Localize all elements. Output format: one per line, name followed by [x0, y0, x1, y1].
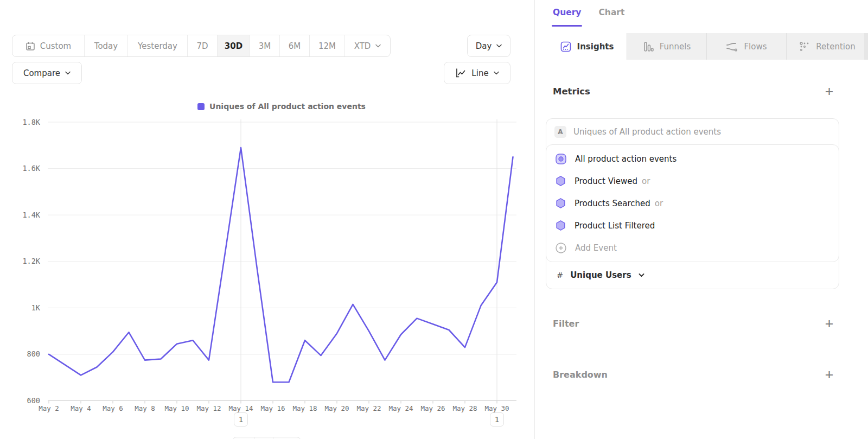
range-7d[interactable]: 7D	[188, 35, 218, 56]
y-axis-label: 1.6K	[22, 164, 40, 173]
chart-type-button[interactable]: Line	[444, 62, 510, 84]
metric-summary: Uniques of All product action events	[573, 127, 721, 137]
number-symbol: #	[557, 271, 563, 279]
x-axis-label: May 10	[164, 404, 189, 412]
x-axis-label: May 30	[484, 404, 509, 412]
x-axis-label: May 8	[135, 404, 155, 412]
partial-pager-control[interactable]	[232, 437, 301, 439]
range-6m[interactable]: 6M	[280, 35, 310, 56]
annotation-badge[interactable]: 1	[234, 412, 248, 427]
tab-flows[interactable]: Flows	[707, 33, 787, 60]
x-axis-label: May 24	[388, 404, 413, 412]
legend-swatch	[197, 103, 205, 110]
filter-section: Filter +	[553, 318, 833, 329]
event-hexagon-icon	[555, 175, 566, 187]
app-window: 1.8K1.6K1.4K1.2K1K800600May 2May 4May 6M…	[0, 0, 868, 439]
breakdown-section: Breakdown +	[553, 369, 833, 380]
event-row-products-searched[interactable]: Products Searched or	[546, 192, 839, 214]
x-axis-label: May 6	[103, 404, 123, 412]
add-breakdown-button[interactable]: +	[825, 369, 833, 380]
metrics-header: Metrics +	[553, 86, 833, 97]
range-30d[interactable]: 30D	[218, 35, 250, 56]
metric-card: A Uniques of All product action events A…	[546, 118, 839, 289]
range-label: Custom	[40, 41, 71, 51]
legend-label: Uniques of All product action events	[209, 102, 366, 111]
flows-icon	[726, 41, 738, 52]
annotation-badge[interactable]: 1	[490, 412, 504, 427]
x-axis-label: May 20	[324, 404, 349, 412]
event-hexagon-icon	[555, 198, 566, 209]
x-axis-label: May 14	[228, 404, 253, 412]
event-row-product-viewed[interactable]: Product Viewed or	[546, 170, 839, 192]
add-filter-button[interactable]: +	[825, 318, 833, 329]
tab-query[interactable]: Query	[553, 8, 581, 27]
panel-tabs: Query Chart	[553, 8, 624, 27]
x-axis-label: May 4	[71, 404, 91, 412]
event-group-icon	[555, 153, 567, 165]
range-12m[interactable]: 12M	[310, 35, 345, 56]
x-axis-label: May 2	[39, 404, 59, 412]
y-axis-label: 1K	[31, 303, 41, 312]
tab-chart[interactable]: Chart	[598, 8, 624, 27]
add-event-button[interactable]: Add Event	[546, 237, 839, 259]
x-axis-label: May 16	[260, 404, 285, 412]
x-axis-label: May 28	[452, 404, 477, 412]
event-list-card: All product action events Product Viewed…	[546, 144, 839, 262]
event-operator: or	[655, 199, 663, 208]
y-axis-label: 1.2K	[22, 257, 40, 265]
event-operator: or	[642, 176, 650, 186]
filter-title: Filter	[553, 319, 579, 329]
range-xtd[interactable]: XTD	[345, 35, 390, 56]
metric-letter-badge: A	[554, 126, 566, 138]
tabbar-edge	[864, 33, 868, 60]
chevron-down-icon	[65, 71, 71, 75]
range-yesterday[interactable]: Yesterday	[128, 35, 188, 56]
event-row-product-list-filtered[interactable]: Product List Filtered	[546, 214, 839, 237]
metrics-title: Metrics	[553, 86, 590, 97]
report-type-tabs: Insights Funnels Flows Retention	[547, 33, 868, 60]
y-axis-label: 800	[27, 349, 40, 358]
granularity-button[interactable]: Day	[467, 35, 510, 57]
x-axis-label: May 12	[196, 404, 221, 412]
line-chart-icon	[455, 68, 467, 78]
chevron-down-icon	[496, 44, 502, 48]
tab-retention[interactable]: Retention	[787, 33, 868, 60]
date-range-control: Custom Today Yesterday 7D 30D 3M 6M 12M …	[12, 35, 391, 57]
funnels-icon	[643, 41, 654, 52]
series-line	[49, 148, 513, 382]
calendar-icon	[25, 41, 35, 51]
range-custom[interactable]: Custom	[12, 35, 85, 56]
chevron-down-icon	[494, 71, 499, 75]
chart-legend: Uniques of All product action events	[48, 102, 515, 111]
metric-card-header[interactable]: A Uniques of All product action events	[546, 119, 839, 144]
breakdown-title: Breakdown	[553, 370, 608, 380]
chevron-down-icon	[639, 273, 644, 277]
add-metric-button[interactable]: +	[825, 86, 833, 97]
x-axis-label: May 22	[356, 404, 381, 412]
insights-icon	[560, 41, 571, 52]
y-axis-label: 1.8K	[22, 118, 40, 126]
measurement-selector[interactable]: # Unique Users	[546, 262, 839, 289]
measurement-label: Unique Users	[570, 270, 631, 280]
range-today[interactable]: Today	[85, 35, 128, 56]
add-circle-icon	[555, 242, 567, 254]
x-axis-label: May 18	[292, 404, 317, 412]
event-hexagon-icon	[555, 220, 566, 231]
retention-icon	[799, 41, 810, 52]
query-panel: Query Chart Insights Funnels Flows	[534, 0, 868, 439]
compare-button[interactable]: Compare	[12, 62, 82, 84]
event-row-all-product-action-events[interactable]: All product action events	[546, 148, 839, 170]
chevron-down-icon	[375, 44, 381, 48]
tab-insights[interactable]: Insights	[547, 33, 627, 60]
range-3m[interactable]: 3M	[250, 35, 280, 56]
tab-funnels[interactable]: Funnels	[627, 33, 707, 60]
y-axis-label: 1.4K	[22, 211, 40, 219]
x-axis-label: May 26	[420, 404, 445, 412]
